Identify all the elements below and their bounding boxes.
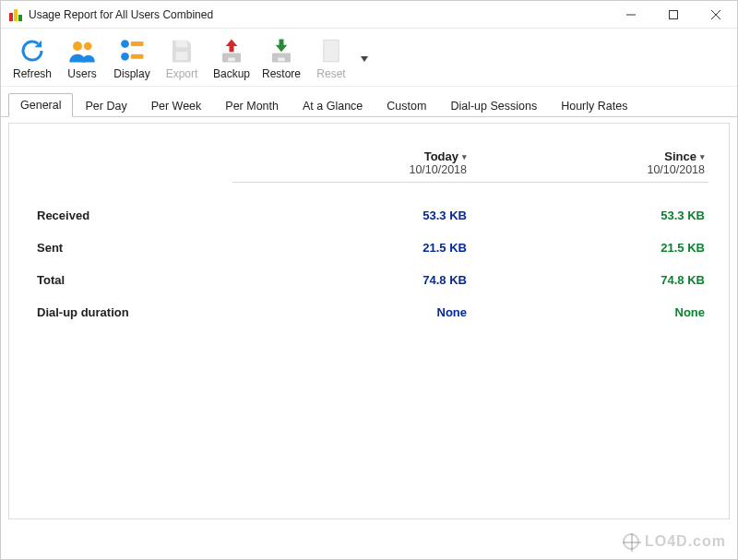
svg-point-11 bbox=[121, 53, 129, 61]
report-panel: Today▾ 10/10/2018 Since▾ 10/10/2018 Rece… bbox=[8, 123, 730, 519]
tab-label: Per Week bbox=[151, 100, 202, 113]
row-label: Received bbox=[30, 209, 232, 222]
sent-today-value: 21.5 KB bbox=[232, 241, 470, 255]
backup-button[interactable]: Backup bbox=[209, 34, 254, 82]
sent-since-value: 21.5 KB bbox=[470, 241, 708, 255]
users-label: Users bbox=[67, 67, 96, 80]
svg-rect-10 bbox=[131, 42, 144, 46]
svg-rect-4 bbox=[670, 10, 678, 18]
tab-label: General bbox=[20, 99, 61, 112]
row-label: Total bbox=[30, 273, 232, 287]
tab-label: Dial-up Sessions bbox=[450, 100, 537, 113]
tab-label: Custom bbox=[387, 100, 426, 113]
display-label: Display bbox=[113, 67, 149, 80]
since-header-date: 10/10/2018 bbox=[470, 163, 705, 176]
tab-per-week[interactable]: Per Week bbox=[139, 94, 214, 117]
total-since-value: 74.8 KB bbox=[470, 273, 708, 287]
svg-point-7 bbox=[73, 42, 82, 51]
svg-rect-14 bbox=[176, 52, 188, 60]
header-divider bbox=[232, 182, 708, 183]
row-received: Received 53.3 KB 53.3 KB bbox=[30, 199, 708, 232]
row-dialup-duration: Dial-up duration None None bbox=[30, 296, 708, 328]
refresh-button[interactable]: Refresh bbox=[10, 34, 54, 82]
tab-label: Per Day bbox=[85, 100, 126, 113]
tab-at-a-glance[interactable]: At a Glance bbox=[291, 94, 375, 117]
users-button[interactable]: Users bbox=[60, 34, 104, 82]
row-label: Sent bbox=[30, 241, 232, 255]
svg-rect-18 bbox=[278, 58, 285, 62]
tab-label: Per Month bbox=[225, 100, 279, 113]
row-total: Total 74.8 KB 74.8 KB bbox=[30, 264, 708, 296]
export-label: Export bbox=[166, 67, 198, 80]
since-header-label: Since bbox=[664, 149, 696, 163]
backup-label: Backup bbox=[213, 67, 250, 80]
watermark-text: LO4D.com bbox=[645, 533, 726, 550]
tab-hourly-rates[interactable]: Hourly Rates bbox=[549, 94, 639, 117]
watermark: LO4D.com bbox=[623, 533, 726, 550]
dropdown-icon: ▾ bbox=[462, 152, 467, 161]
today-column-header[interactable]: Today▾ 10/10/2018 bbox=[232, 149, 470, 176]
report-rows: Received 53.3 KB 53.3 KB Sent 21.5 KB 21… bbox=[30, 199, 708, 328]
since-column-header[interactable]: Since▾ 10/10/2018 bbox=[470, 149, 708, 176]
tab-custom[interactable]: Custom bbox=[375, 94, 438, 117]
today-header-date: 10/10/2018 bbox=[232, 163, 467, 176]
dialup-today-value: None bbox=[232, 305, 470, 319]
display-button[interactable]: Display bbox=[110, 34, 154, 82]
globe-icon bbox=[623, 533, 639, 550]
svg-rect-19 bbox=[324, 40, 339, 61]
toolbar-overflow[interactable] bbox=[359, 34, 368, 62]
restore-icon bbox=[267, 36, 296, 66]
restore-button[interactable]: Restore bbox=[259, 34, 304, 82]
refresh-label: Refresh bbox=[13, 67, 52, 80]
refresh-icon bbox=[18, 36, 47, 66]
today-header-label: Today bbox=[424, 149, 458, 163]
svg-rect-16 bbox=[228, 58, 235, 62]
users-icon bbox=[67, 36, 97, 66]
tab-label: At a Glance bbox=[303, 100, 363, 113]
received-since-value: 53.3 KB bbox=[470, 209, 708, 222]
tab-per-day[interactable]: Per Day bbox=[73, 94, 138, 117]
close-button[interactable] bbox=[695, 1, 737, 28]
tab-label: Hourly Rates bbox=[561, 100, 627, 113]
tab-dialup-sessions[interactable]: Dial-up Sessions bbox=[438, 94, 549, 117]
svg-rect-12 bbox=[131, 54, 144, 59]
toolbar: Refresh Users Display Export bbox=[1, 29, 737, 87]
row-label: Dial-up duration bbox=[30, 305, 232, 319]
svg-rect-2 bbox=[18, 15, 22, 21]
svg-rect-1 bbox=[14, 9, 18, 21]
svg-point-8 bbox=[84, 42, 92, 51]
reset-label: Reset bbox=[316, 67, 345, 80]
window-controls bbox=[610, 1, 737, 28]
svg-point-9 bbox=[121, 40, 129, 48]
backup-icon bbox=[217, 36, 246, 66]
window-title: Usage Report for All Users Combined bbox=[29, 8, 610, 21]
svg-rect-0 bbox=[9, 13, 13, 21]
received-today-value: 53.3 KB bbox=[232, 209, 470, 222]
dropdown-icon: ▾ bbox=[700, 152, 705, 161]
report-table: Today▾ 10/10/2018 Since▾ 10/10/2018 Rece… bbox=[30, 149, 708, 328]
svg-rect-13 bbox=[176, 41, 188, 48]
chevron-down-icon bbox=[361, 56, 368, 62]
minimize-button[interactable] bbox=[610, 1, 652, 28]
display-icon bbox=[117, 36, 147, 66]
reset-icon bbox=[316, 36, 346, 66]
tab-general[interactable]: General bbox=[8, 93, 73, 117]
restore-label: Restore bbox=[262, 67, 301, 80]
export-icon bbox=[167, 36, 196, 66]
total-today-value: 74.8 KB bbox=[232, 273, 470, 287]
titlebar: Usage Report for All Users Combined bbox=[1, 1, 737, 29]
app-icon bbox=[8, 7, 23, 22]
maximize-button[interactable] bbox=[652, 1, 695, 28]
tabstrip: General Per Day Per Week Per Month At a … bbox=[1, 87, 737, 117]
export-button[interactable]: Export bbox=[160, 34, 204, 82]
reset-button[interactable]: Reset bbox=[309, 34, 353, 82]
dialup-since-value: None bbox=[470, 305, 708, 319]
tab-per-month[interactable]: Per Month bbox=[213, 94, 291, 117]
column-headers: Today▾ 10/10/2018 Since▾ 10/10/2018 bbox=[30, 149, 708, 183]
row-sent: Sent 21.5 KB 21.5 KB bbox=[30, 232, 708, 264]
